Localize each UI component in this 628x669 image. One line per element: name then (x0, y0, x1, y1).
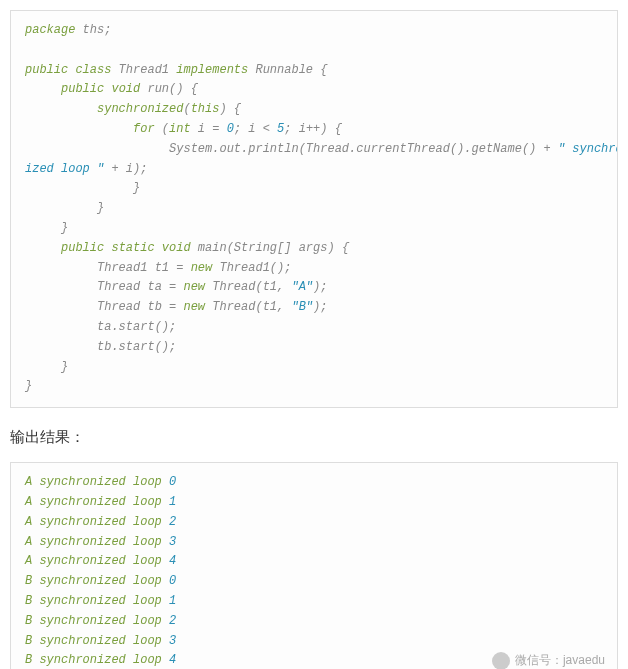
output-block: A synchronized loop 0 A synchronized loo… (10, 462, 618, 669)
code-text: ; i < (234, 122, 277, 136)
output-line: B synchronized loop 0 (25, 574, 176, 588)
output-line: A synchronized loop 1 (25, 495, 176, 509)
keyword: for (133, 122, 155, 136)
keyword: new (191, 261, 213, 275)
code-text: Thread1 t1 = (97, 261, 191, 275)
keyword: public void (61, 82, 140, 96)
string: ized loop " (25, 162, 104, 176)
code-text: Thread ta = (97, 280, 183, 294)
code-text: run (140, 82, 169, 96)
code-text: (String[] args) { (227, 241, 349, 255)
code-text: } (61, 221, 68, 235)
code-text: ); (313, 300, 327, 314)
string: " synchron (558, 142, 618, 156)
keyword: package (25, 23, 75, 37)
code-text: i = (191, 122, 227, 136)
watermark: 微信号：javaedu (492, 651, 605, 669)
code-text: ta.start(); (97, 320, 176, 334)
output-line: A synchronized loop 4 (25, 554, 176, 568)
output-lines: A synchronized loop 0 A synchronized loo… (25, 473, 603, 669)
code-text: ( (155, 122, 169, 136)
code-text: ths; (75, 23, 111, 37)
code-text: Runnable { (248, 63, 327, 77)
number: 0 (227, 122, 234, 136)
section-title: 输出结果： (10, 428, 618, 447)
code-text: ) { (219, 102, 241, 116)
code-text: } (25, 379, 32, 393)
code-text: ; i++) { (284, 122, 342, 136)
code-text: } (133, 181, 140, 195)
code-text: () { (169, 82, 198, 96)
code-text: Thread1(); (212, 261, 291, 275)
keyword: int (169, 122, 191, 136)
code-text: } (97, 201, 104, 215)
keyword: synchronized (97, 102, 183, 116)
string: "A" (291, 280, 313, 294)
output-line: B synchronized loop 2 (25, 614, 176, 628)
wechat-icon (492, 652, 510, 669)
code-block: package ths; public class Thread1 implem… (10, 10, 618, 408)
code-text: Thread tb = (97, 300, 183, 314)
code-text: ); (313, 280, 327, 294)
code-text: Thread(t1, (205, 300, 291, 314)
output-line: A synchronized loop 0 (25, 475, 176, 489)
output-line: B synchronized loop 3 (25, 634, 176, 648)
output-line: A synchronized loop 3 (25, 535, 176, 549)
keyword: new (183, 280, 205, 294)
output-line: B synchronized loop 1 (25, 594, 176, 608)
keyword: this (191, 102, 220, 116)
string: "B" (291, 300, 313, 314)
code-text: tb.start(); (97, 340, 176, 354)
keyword: public static void (61, 241, 191, 255)
code-text: } (61, 360, 68, 374)
code-text: main (191, 241, 227, 255)
watermark-text: 微信号：javaedu (515, 651, 605, 669)
code-text: + i); (104, 162, 147, 176)
keyword: new (183, 300, 205, 314)
code-text: Thread1 (111, 63, 176, 77)
code-text: Thread(t1, (205, 280, 291, 294)
keyword: public class (25, 63, 111, 77)
output-line: B synchronized loop 4 (25, 653, 176, 667)
output-line: A synchronized loop 2 (25, 515, 176, 529)
keyword: implements (176, 63, 248, 77)
code-text: System.out.println(Thread.currentThread(… (169, 142, 558, 156)
code-text: ( (183, 102, 190, 116)
